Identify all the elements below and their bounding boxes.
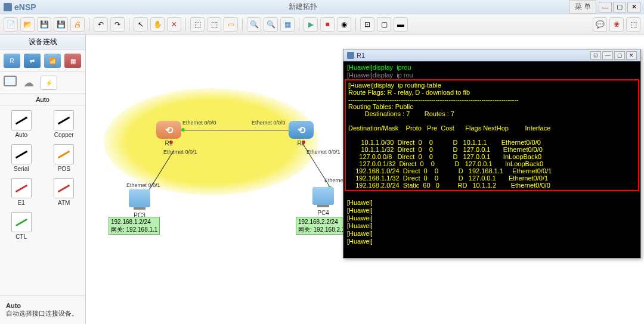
tool-c[interactable]: ▬: [394, 17, 408, 32]
window-controls: — ▢ ✕: [599, 2, 640, 13]
terminal-tool-button[interactable]: ⊡: [590, 51, 601, 60]
highlight-ellipse: [104, 88, 318, 195]
logo-icon: [4, 3, 12, 11]
pc3-ip-tag: 192.168.1.2/24网关: 192.168.1.1: [109, 217, 160, 235]
node-r1[interactable]: ⟲ R1: [156, 121, 181, 147]
wire-r1-r2: [181, 130, 295, 130]
device-category-row: R ⇄ 📶 ▦: [0, 50, 85, 72]
switch-category[interactable]: ⇄: [24, 54, 41, 68]
app-name: eNSP: [14, 2, 36, 12]
delete-button[interactable]: ✕: [167, 17, 181, 32]
sidebar-header: 设备连线: [0, 35, 85, 50]
link-e1[interactable]: E1: [5, 178, 38, 206]
router-icon: ⟲: [289, 121, 314, 139]
link-serial[interactable]: Serial: [5, 144, 38, 172]
link-copper[interactable]: Copper: [48, 110, 81, 138]
terminal-minimize-button[interactable]: —: [602, 51, 613, 60]
sidebar: 设备连线 R ⇄ 📶 ▦ ☁ ⚡ Auto Auto Copper Serial…: [0, 35, 86, 324]
tool-a[interactable]: ⊡: [360, 17, 374, 32]
link-ctl[interactable]: CTL: [5, 212, 38, 240]
port-label: Ethernet 0/0/0: [182, 120, 216, 126]
port-label: Ethernet 0/0/1: [163, 149, 197, 155]
window-title: 新建拓扑: [36, 2, 569, 12]
link-category[interactable]: ⚡: [41, 76, 57, 90]
note-button[interactable]: ▭: [224, 17, 238, 32]
saveas-button[interactable]: 💾: [54, 17, 68, 32]
pc-icon: [312, 187, 334, 205]
sidebar-footer: Auto 自动选择接口连接设备。: [0, 295, 85, 324]
close-button[interactable]: ✕: [627, 2, 640, 13]
port-label: Ethernet 0/0/1: [126, 182, 160, 188]
link-atm[interactable]: ATM: [48, 178, 81, 206]
footer-title: Auto: [6, 302, 21, 309]
node-r2[interactable]: ⟲ R2: [289, 121, 314, 147]
port-dot: [181, 128, 185, 132]
text-button[interactable]: ⬚: [207, 17, 221, 32]
capture-button[interactable]: ◉: [337, 17, 351, 32]
new-button[interactable]: 📄: [4, 17, 18, 32]
port-label: Ethernet 0/0/0: [252, 120, 286, 126]
router-icon: ⟲: [156, 121, 181, 139]
port-label: Ethernet 0/0/1: [306, 149, 340, 155]
link-types-grid: Auto Copper Serial POS E1 ATM CTL: [0, 105, 85, 245]
redo-button[interactable]: ↷: [110, 17, 125, 32]
hand-button[interactable]: ✋: [150, 17, 165, 32]
terminal-logo-icon: [347, 52, 354, 59]
chat-button[interactable]: 💬: [593, 17, 607, 32]
minimize-button[interactable]: —: [599, 2, 612, 13]
huawei-button[interactable]: ❀: [609, 17, 624, 32]
node-pc4[interactable]: PC4: [312, 187, 334, 216]
terminal-close-button[interactable]: ✕: [626, 51, 637, 60]
node-pc3[interactable]: PC3: [129, 189, 150, 219]
pc4-ip-tag: 192.168.2.2/24网关: 192.168.2.1: [296, 217, 343, 235]
device-category-row2: ☁ ⚡: [0, 72, 85, 94]
footer-desc: 自动选择接口连接设备。: [6, 310, 78, 317]
open-button[interactable]: 📂: [20, 17, 35, 32]
cloud-category[interactable]: ☁: [20, 76, 37, 90]
help-button[interactable]: ⬚: [626, 17, 640, 32]
stop-button[interactable]: ■: [320, 17, 335, 32]
undo-button[interactable]: ↶: [94, 17, 108, 32]
menu-button[interactable]: 菜 单: [569, 0, 596, 14]
maximize-button[interactable]: ▢: [613, 2, 626, 13]
pc-category[interactable]: [4, 76, 17, 86]
terminal-window[interactable]: R1 ⊡ — ▢ ✕ [Huawei]display iprou [Huawei…: [343, 49, 641, 258]
terminal-maximize-button[interactable]: ▢: [614, 51, 625, 60]
node-label: R1: [156, 140, 181, 147]
tool-1[interactable]: ⬚: [190, 17, 205, 32]
pc-icon: [129, 189, 150, 207]
router-category[interactable]: R: [4, 54, 20, 68]
terminal-titlebar: R1 ⊡ — ▢ ✕: [343, 49, 640, 61]
terminal-body[interactable]: [Huawei]display iprou [Huawei]display ip…: [343, 61, 640, 258]
wifi-category[interactable]: 📶: [44, 54, 61, 68]
zoom-out-button[interactable]: 🔍: [264, 17, 278, 32]
toolbar: 📄 📂 💾 💾 🖨 ↶ ↷ ↖ ✋ ✕ ⬚ ⬚ ▭ 🔍 🔍 ▦ ▶ ■ ◉ ⊡ …: [0, 14, 644, 35]
pointer-button[interactable]: ↖: [134, 17, 148, 32]
link-pos[interactable]: POS: [48, 144, 81, 172]
save-button[interactable]: 💾: [37, 17, 51, 32]
start-button[interactable]: ▶: [304, 17, 318, 32]
node-label: R2: [289, 140, 314, 147]
firewall-category[interactable]: ▦: [64, 54, 81, 68]
tool-b[interactable]: ▢: [377, 17, 391, 32]
link-auto[interactable]: Auto: [5, 110, 38, 138]
terminal-title: R1: [357, 52, 365, 59]
app-logo: eNSP: [4, 2, 36, 12]
zoom-in-button[interactable]: 🔍: [247, 17, 261, 32]
node-label: PC4: [312, 210, 334, 216]
titlebar: eNSP 新建拓扑 菜 单 — ▢ ✕: [0, 0, 644, 14]
print-button[interactable]: 🖨: [70, 17, 85, 32]
fit-button[interactable]: ▦: [280, 17, 295, 32]
auto-label: Auto: [0, 94, 85, 105]
